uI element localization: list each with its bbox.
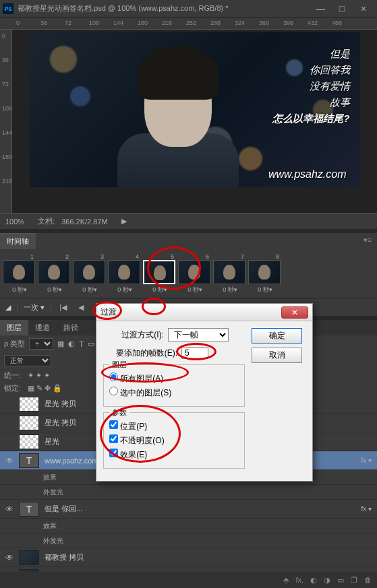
layer-effect-item[interactable]: 外发光 [0,533,377,548]
layer-fx-indicator[interactable]: fx ▾ [361,505,372,513]
layer-thumbnail[interactable]: T [19,502,39,517]
layer-thumbnail[interactable] [19,416,39,430]
dialog-title-text: 过渡 [100,306,281,318]
params-group-legend: 参数 [109,407,129,418]
timeline-frame[interactable]: 20 秒▾ [38,253,71,294]
layer-thumbnail[interactable]: T [19,453,39,468]
timeline-frame[interactable]: 60 秒▾ [178,253,212,294]
link-layers-icon[interactable]: ⬘ [283,576,289,585]
timeline-frame[interactable]: 80 秒▾ [248,253,282,294]
timeline-frame[interactable]: 40 秒▾ [108,253,142,294]
params-group: 参数 位置(P) 不透明度(O) 效果(E) [103,412,245,469]
layer-thumbnail[interactable] [19,397,39,412]
frames-to-add-label: 要添加的帧数(E): [103,348,177,359]
blend-mode-select[interactable]: 正常 [4,355,51,366]
layer-fx-indicator[interactable]: fx ▾ [361,457,372,464]
filter-pixel-icon[interactable]: ▦ [57,339,64,348]
layer-effect-item[interactable]: 外发光 [0,485,377,500]
ok-button[interactable]: 确定 [252,328,302,344]
layer-mask-icon[interactable]: ◐ [310,576,317,585]
visibility-icon[interactable]: 👁 [3,553,16,562]
corner-icon[interactable]: ◢ [5,303,11,312]
timeline-frames: 10 秒▾20 秒▾30 秒▾40 秒▾50 秒▾60 秒▾70 秒▾80 秒▾ [0,249,377,298]
tab-paths[interactable]: 路径 [57,320,85,335]
ps-logo-icon: Ps [3,3,13,14]
status-play-icon[interactable]: ▶ [121,217,127,226]
timeline-tab[interactable]: 时间轴 [0,233,36,249]
window-titlebar: Ps 都教授星光动画签名档.psd @ 100% (www.psahz.com,… [0,0,377,18]
visibility-icon[interactable]: 👁 [3,504,16,514]
portrait-image [117,39,239,187]
layer-name[interactable]: 但是 你回... [42,504,361,514]
layer-row[interactable]: 👁T但是 你回...fx ▾ [0,500,377,519]
opacity-checkbox[interactable]: 不透明度(O) [109,434,239,447]
all-layers-radio[interactable]: 所有图层(A) [109,372,239,385]
doc-info-label: 文档: [38,216,55,226]
layer-thumbnail[interactable] [19,550,39,565]
loop-selector[interactable]: 一次 ▾ [24,302,45,313]
layers-bottom-toolbar: ⬘ fx. ◐ ◑ ▭ ❐ 🗑 [0,572,377,588]
new-layer-icon[interactable]: ❐ [351,576,357,585]
layer-thumbnail[interactable] [19,434,39,449]
filter-kind-select[interactable]: ÷ [29,338,53,350]
position-checkbox[interactable]: 位置(P) [109,420,239,432]
overlay-text: 但是 你回答我 没有爱情 故事 怎么以幸福结尾? [272,46,349,127]
maximize-button[interactable]: □ [331,2,353,15]
dialog-close-button[interactable]: ✕ [281,306,308,319]
tab-layers[interactable]: 图层 [0,320,28,335]
timeline-frame[interactable]: 10 秒▾ [3,253,36,294]
filter-text-icon[interactable]: T [79,340,84,348]
canvas-content[interactable]: 但是 你回答我 没有爱情 故事 怎么以幸福结尾? www.psahz.com [30,32,360,187]
frames-to-add-input[interactable] [181,347,208,359]
filter-kind-label: ρ 类型 [4,339,25,349]
delete-layer-icon[interactable]: 🗑 [364,576,372,584]
filter-adjust-icon[interactable]: ◐ [68,339,75,348]
layer-name[interactable]: 都教授 拷贝 [42,552,372,562]
layer-effect-item[interactable]: 效果 [0,519,377,533]
lock-icon[interactable]: ▦ ✎ ✥ 🔒 [28,384,62,393]
tween-method-label: 过渡方式(I): [103,329,164,341]
layers-group: 图层 所有图层(A) 选中的图层(S) [103,364,245,407]
ruler-horizontal: 036 72108 144180 216252 288324 360396 43… [0,18,377,30]
minimize-button[interactable]: — [310,2,331,15]
status-bar: 100% 文档: 366.2K/2.87M ▶ [0,213,377,229]
watermark-text: www.psahz.com [268,168,347,181]
timeline-frame[interactable]: 30 秒▾ [73,253,107,294]
filter-shape-icon[interactable]: ▭ [88,339,94,348]
tween-dialog: 过渡 ✕ 过渡方式(I): 下一帧 要添加的帧数(E): 图层 所有图层(A) … [96,303,313,482]
unify-icon[interactable]: ✦ ✦ ✦ [28,371,50,380]
effects-checkbox[interactable]: 效果(E) [109,449,239,461]
doc-info-value: 366.2K/2.87M [61,218,108,226]
selected-layers-radio[interactable]: 选中的图层(S) [109,387,239,399]
ruler-vertical: 036 72108 144180 216 [0,30,12,213]
editor-area: 036 72108 144180 216 但是 你回答我 没有爱情 故事 怎么以… [0,30,377,213]
visibility-icon[interactable]: 👁 [3,456,16,465]
prev-frame-button[interactable]: ◀ [75,302,87,314]
document-title: 都教授星光动画签名档.psd @ 100% (www.psahz.com, RG… [18,3,310,13]
layer-row[interactable]: 👁都教授 拷贝 [0,548,377,567]
adjustment-layer-icon[interactable]: ◑ [324,576,330,585]
zoom-level[interactable]: 100% [5,218,24,226]
tween-method-select[interactable]: 下一帧 [168,328,229,341]
tab-channels[interactable]: 通道 [28,320,57,335]
cancel-button[interactable]: 取消 [252,348,302,363]
layers-group-legend: 图层 [109,360,129,370]
timeline-frame[interactable]: 50 秒▾ [143,253,177,294]
dialog-titlebar[interactable]: 过渡 ✕ [96,304,312,321]
close-button[interactable]: × [353,2,374,15]
first-frame-button[interactable]: |◀ [57,302,69,314]
timeline-frame[interactable]: 70 秒▾ [213,253,247,294]
timeline-menu-icon[interactable]: ▾≡ [358,233,377,247]
canvas-viewport[interactable]: 但是 你回答我 没有爱情 故事 怎么以幸福结尾? www.psahz.com [12,30,377,213]
unify-label: 统一: [4,370,21,381]
lock-label: 锁定: [4,383,21,393]
layer-fx-icon[interactable]: fx. [295,576,303,584]
group-icon[interactable]: ▭ [337,576,344,585]
